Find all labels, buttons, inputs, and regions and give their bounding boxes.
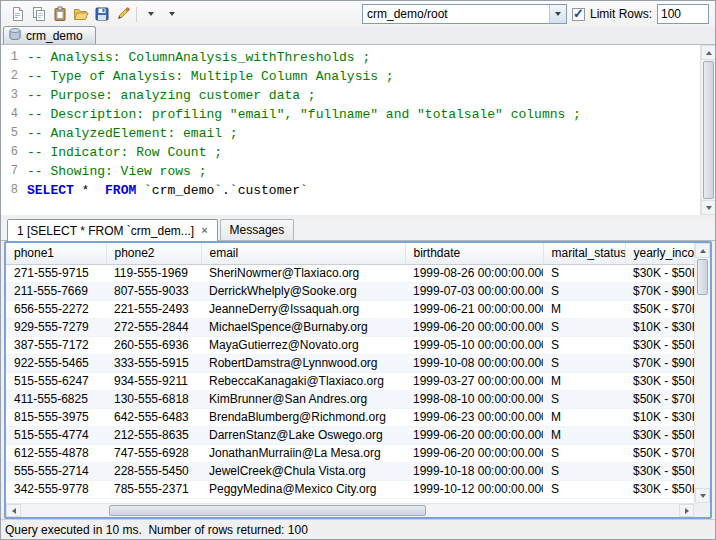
table-row[interactable]: 555-555-2714228-555-5450JewelCreek@Chula… <box>6 462 694 480</box>
table-cell[interactable]: 1999-10-08 00:00:00.000 <box>405 354 543 372</box>
table-row[interactable]: 922-555-5465333-555-5915RobertDamstra@Ly… <box>6 354 694 372</box>
table-cell[interactable]: 922-555-5465 <box>6 354 106 372</box>
table-cell[interactable]: $70K - $90K <box>625 354 694 372</box>
table-cell[interactable]: M <box>543 372 625 390</box>
column-header-email[interactable]: email <box>201 243 405 264</box>
new-sql-editor-icon[interactable] <box>7 4 28 25</box>
table-cell[interactable]: 228-555-5450 <box>106 462 201 480</box>
run-dropdown-icon[interactable] <box>161 4 182 25</box>
table-cell[interactable]: $30K - $50K <box>625 462 694 480</box>
table-cell[interactable]: $50K - $70K <box>625 444 694 462</box>
table-cell[interactable]: S <box>543 264 625 282</box>
table-cell[interactable]: SheriNowmer@Tlaxiaco.org <box>201 264 405 282</box>
table-cell[interactable]: S <box>543 282 625 300</box>
table-cell[interactable]: 130-555-6818 <box>106 390 201 408</box>
table-cell[interactable]: $30K - $50K <box>625 480 694 498</box>
table-cell[interactable]: $30K - $50K <box>625 372 694 390</box>
editor-menu-dropdown-icon[interactable] <box>140 4 161 25</box>
open-file-icon[interactable] <box>70 4 91 25</box>
code-area[interactable]: -- Analysis: ColumnAnalysis_withThreshol… <box>21 45 700 215</box>
grid-vertical-scrollbar[interactable] <box>694 243 710 503</box>
save-icon[interactable] <box>91 4 112 25</box>
table-cell[interactable]: 119-555-1969 <box>106 264 201 282</box>
table-row[interactable]: 929-555-7279272-555-2844MichaelSpence@Bu… <box>6 318 694 336</box>
column-header-marital_status[interactable]: marital_status <box>543 243 625 264</box>
table-row[interactable]: 411-555-6825130-555-6818KimBrunner@San A… <box>6 390 694 408</box>
table-cell[interactable]: 1999-06-20 00:00:00.000 <box>405 426 543 444</box>
table-cell[interactable]: $30K - $50K <box>625 264 694 282</box>
table-cell[interactable]: 934-555-9211 <box>106 372 201 390</box>
paste-icon[interactable] <box>49 4 70 25</box>
scroll-down-icon[interactable] <box>701 200 716 215</box>
editor-scrollbar-thumb[interactable] <box>703 61 714 199</box>
grid-vscrollbar-thumb[interactable] <box>697 259 708 295</box>
table-cell[interactable]: 1999-06-20 00:00:00.000 <box>405 444 543 462</box>
result-tab-messages[interactable]: Messages <box>220 219 295 240</box>
table-cell[interactable]: $50K - $70K <box>625 300 694 318</box>
table-cell[interactable]: PeggyMedina@Mexico City.org <box>201 480 405 498</box>
table-cell[interactable]: 212-555-8635 <box>106 426 201 444</box>
table-cell[interactable]: 1999-03-27 00:00:00.000 <box>405 372 543 390</box>
table-cell[interactable]: 612-555-4878 <box>6 444 106 462</box>
table-cell[interactable]: 1999-06-23 00:00:00.000 <box>405 408 543 426</box>
table-cell[interactable]: 271-555-9715 <box>6 264 106 282</box>
table-cell[interactable]: MichaelSpence@Burnaby.org <box>201 318 405 336</box>
table-cell[interactable]: M <box>543 426 625 444</box>
grid-scroll-left-icon[interactable] <box>6 504 21 517</box>
table-cell[interactable]: DarrenStanz@Lake Oswego.org <box>201 426 405 444</box>
table-cell[interactable]: 221-555-2493 <box>106 300 201 318</box>
table-cell[interactable]: 515-555-4774 <box>6 426 106 444</box>
table-cell[interactable]: $70K - $90K <box>625 282 694 300</box>
edit-icon[interactable] <box>112 4 133 25</box>
grid-horizontal-scrollbar[interactable] <box>6 503 694 517</box>
table-row[interactable]: 656-555-2272221-555-2493JeanneDerry@Issa… <box>6 300 694 318</box>
table-cell[interactable]: $30K - $50K <box>625 336 694 354</box>
table-cell[interactable]: 929-555-7279 <box>6 318 106 336</box>
table-cell[interactable]: S <box>543 336 625 354</box>
table-cell[interactable]: $50K - $70K <box>625 390 694 408</box>
copy-icon[interactable] <box>28 4 49 25</box>
table-cell[interactable]: 1999-06-20 00:00:00.000 <box>405 318 543 336</box>
editor-tab-crm-demo[interactable]: crm_demo <box>3 26 96 44</box>
close-tab-icon[interactable] <box>201 225 207 236</box>
table-cell[interactable]: 1998-08-10 00:00:00.000 <box>405 390 543 408</box>
table-cell[interactable]: BrendaBlumberg@Richmond.org <box>201 408 405 426</box>
table-cell[interactable]: 1999-07-03 00:00:00.000 <box>405 282 543 300</box>
table-row[interactable]: 387-555-7172260-555-6936MayaGutierrez@No… <box>6 336 694 354</box>
table-row[interactable]: 612-555-4878747-555-6928JonathanMurraiin… <box>6 444 694 462</box>
table-cell[interactable]: $30K - $50K <box>625 426 694 444</box>
table-cell[interactable]: RobertDamstra@Lynnwood.org <box>201 354 405 372</box>
table-cell[interactable]: S <box>543 390 625 408</box>
table-cell[interactable]: S <box>543 444 625 462</box>
grid-scroll-down-icon[interactable] <box>695 488 710 503</box>
table-cell[interactable]: KimBrunner@San Andres.org <box>201 390 405 408</box>
table-cell[interactable]: JonathanMurraiin@La Mesa.org <box>201 444 405 462</box>
table-cell[interactable]: RebeccaKanagaki@Tlaxiaco.org <box>201 372 405 390</box>
table-cell[interactable]: 387-555-7172 <box>6 336 106 354</box>
limit-rows-input[interactable] <box>657 4 709 24</box>
grid-scroll-up-icon[interactable] <box>695 243 710 258</box>
table-cell[interactable]: S <box>543 318 625 336</box>
column-header-birthdate[interactable]: birthdate <box>405 243 543 264</box>
table-cell[interactable]: 555-555-2714 <box>6 462 106 480</box>
table-cell[interactable]: 1999-05-10 00:00:00.000 <box>405 336 543 354</box>
table-cell[interactable]: 807-555-9033 <box>106 282 201 300</box>
column-header-phone2[interactable]: phone2 <box>106 243 201 264</box>
table-cell[interactable]: 642-555-6483 <box>106 408 201 426</box>
table-cell[interactable]: 785-555-2371 <box>106 480 201 498</box>
table-cell[interactable]: 1999-08-26 00:00:00.000 <box>405 264 543 282</box>
table-row[interactable]: 515-555-4774212-555-8635DarrenStanz@Lake… <box>6 426 694 444</box>
scroll-up-icon[interactable] <box>701 45 716 60</box>
column-header-phone1[interactable]: phone1 <box>6 243 106 264</box>
editor-vertical-scrollbar[interactable] <box>700 45 715 215</box>
table-row[interactable]: 211-555-7669807-555-9033DerrickWhelply@S… <box>6 282 694 300</box>
table-cell[interactable]: 411-555-6825 <box>6 390 106 408</box>
table-cell[interactable]: 1999-10-18 00:00:00.000 <box>405 462 543 480</box>
table-cell[interactable]: S <box>543 480 625 498</box>
table-cell[interactable]: JewelCreek@Chula Vista.org <box>201 462 405 480</box>
limit-rows-checkbox[interactable] <box>572 8 585 21</box>
table-cell[interactable]: S <box>543 354 625 372</box>
table-row[interactable]: 342-555-9778785-555-2371PeggyMedina@Mexi… <box>6 480 694 498</box>
table-cell[interactable]: 1999-10-12 00:00:00.000 <box>405 480 543 498</box>
table-cell[interactable]: M <box>543 408 625 426</box>
